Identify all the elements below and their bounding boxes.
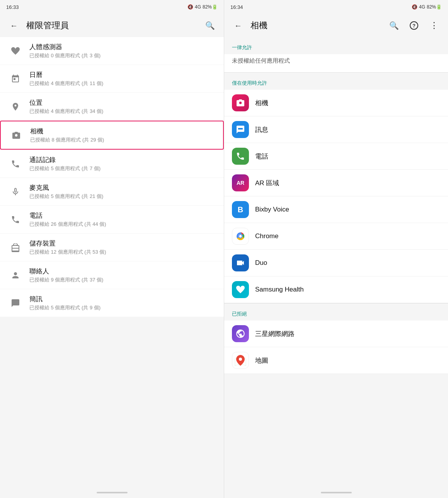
camera-app-name: 相機 [255,99,268,107]
right-mute-icon: 🔇 [412,4,417,10]
right-top-bar: ← 相機 🔍 ? ⋮ [224,14,448,37]
call-log-text: 通話記錄 已授權給 5 個應用程式 (共 7 個) [29,155,216,172]
permission-list: 人體感測器 已授權給 0 個應用程式 (共 3 個) 日曆 已授權給 4 個應用… [0,37,224,487]
storage-text: 儲存裝置 已授權給 12 個應用程式 (共 53 個) [29,239,216,256]
call-log-icon [8,156,23,172]
list-item-phone[interactable]: 電話 已授權給 26 個應用程式 (共 44 個) [0,206,224,233]
duo-name: Duo [255,259,267,267]
messages-app-icon [232,121,249,138]
more-icon: ⋮ [430,20,438,31]
list-item-body-sensor[interactable]: 人體感測器 已授權給 0 個應用程式 (共 3 個) [0,37,224,65]
ar-zone-name: AR 區域 [255,179,279,188]
always-allow-empty: 未授權給任何應用程式 [224,54,448,72]
phone-app-icon [232,148,249,165]
more-button[interactable]: ⋮ [426,18,442,33]
sms-text: 簡訊 已授權給 5 個應用程式 (共 9 個) [29,295,216,311]
call-log-subtitle: 已授權給 5 個應用程式 (共 7 個) [29,165,216,172]
app-item-camera[interactable]: 相機 [224,90,448,116]
location-text: 位置 已授權給 4 個應用程式 (共 34 個) [29,98,216,115]
samsung-internet-icon [232,325,249,342]
body-sensor-subtitle: 已授權給 0 個應用程式 (共 3 個) [29,52,216,59]
location-icon [8,99,23,114]
storage-subtitle: 已授權給 12 個應用程式 (共 53 個) [29,249,216,256]
allow-while-using-label: 僅在使用時允許 [224,73,448,90]
right-status-bar: 16:34 🔇 4G 82%🔋 [224,0,448,14]
list-item-location[interactable]: 位置 已授權給 4 個應用程式 (共 34 個) [0,93,224,120]
sms-icon [8,295,23,311]
denied-label: 已拒絕 [224,304,448,321]
calendar-icon [8,71,23,87]
app-item-duo[interactable]: Duo [224,250,448,276]
app-item-phone[interactable]: 電話 [224,143,448,170]
left-back-button[interactable]: ← [6,18,22,33]
left-panel: 16:33 🔇 4G 82%🔋 ← 權限管理員 🔍 人體感測器 已授權給 0 個… [0,0,224,498]
bixby-name: Bixby Voice [255,206,289,213]
right-content: 一律允許 未授權給任何應用程式 僅在使用時允許 相機 訊息 電話 [224,37,448,487]
app-item-bixby[interactable]: B Bixby Voice [224,196,448,223]
microphone-text: 麥克風 已授權給 5 個應用程式 (共 21 個) [29,183,216,200]
app-item-messages[interactable]: 訊息 [224,116,448,143]
microphone-subtitle: 已授權給 5 個應用程式 (共 21 個) [29,193,216,200]
calendar-title: 日曆 [29,70,216,79]
body-sensor-text: 人體感測器 已授權給 0 個應用程式 (共 3 個) [29,43,216,59]
camera-app-icon [232,94,249,111]
left-search-button[interactable]: 🔍 [202,18,218,33]
search-icon: 🔍 [205,21,215,30]
maps-icon [232,352,249,369]
phone-title: 電話 [29,211,216,220]
ar-zone-icon: AR [232,174,249,191]
list-item-calendar[interactable]: 日曆 已授權給 4 個應用程式 (共 11 個) [0,65,224,92]
camera-perm-text: 相機 已授權給 8 個應用程式 (共 29 個) [30,127,215,143]
list-item-call-log[interactable]: 通話記錄 已授權給 5 個應用程式 (共 7 個) [0,150,224,177]
body-sensor-title: 人體感測器 [29,43,216,51]
body-sensor-icon [8,43,23,59]
sms-subtitle: 已授權給 5 個應用程式 (共 9 個) [29,304,216,311]
left-scroll-indicator [97,492,128,493]
maps-name: 地圖 [255,356,268,365]
app-item-maps[interactable]: 地圖 [224,347,448,374]
list-item-microphone[interactable]: 麥克風 已授權給 5 個應用程式 (共 21 個) [0,178,224,205]
left-status-bar: 16:33 🔇 4G 82%🔋 [0,0,224,14]
list-item-storage[interactable]: 儲存裝置 已授權給 12 個應用程式 (共 53 個) [0,234,224,261]
right-title: 相機 [250,20,382,31]
contacts-subtitle: 已授權給 9 個應用程式 (共 37 個) [29,276,216,283]
app-item-samsung-internet[interactable]: 三星網際網路 [224,321,448,347]
storage-title: 儲存裝置 [29,239,216,248]
location-subtitle: 已授權給 4 個應用程式 (共 34 個) [29,108,216,115]
bixby-icon: B [232,201,249,218]
microphone-title: 麥克風 [29,183,216,192]
calendar-subtitle: 已授權給 4 個應用程式 (共 11 個) [29,80,216,87]
battery-icon: 82%🔋 [203,4,218,10]
calendar-text: 日曆 已授權給 4 個應用程式 (共 11 個) [29,70,216,87]
samsung-health-icon [232,281,249,298]
app-item-samsung-health[interactable]: Samsung Health [224,276,448,303]
app-item-ar-zone[interactable]: AR AR 區域 [224,170,448,196]
call-log-title: 通話記錄 [29,155,216,164]
camera-perm-icon [9,128,24,143]
svg-point-4 [239,235,242,238]
phone-app-name: 電話 [255,152,268,161]
left-status-icons: 🔇 4G 82%🔋 [187,4,218,10]
list-item-camera[interactable]: 相機 已授權給 8 個應用程式 (共 29 個) [0,121,224,150]
right-status-icons: 🔇 4G 82%🔋 [412,4,442,10]
list-item-contacts[interactable]: 聯絡人 已授權給 9 個應用程式 (共 37 個) [0,261,224,289]
samsung-health-name: Samsung Health [255,286,304,293]
svg-point-6 [239,358,242,361]
right-signal-icon: 4G [419,4,425,10]
help-icon: ? [410,21,418,30]
right-scroll-indicator [321,492,352,493]
right-search-icon: 🔍 [389,21,399,30]
phone-icon [8,212,23,227]
messages-app-name: 訊息 [255,125,268,134]
right-search-button[interactable]: 🔍 [386,18,402,33]
contacts-icon [8,268,23,283]
right-back-button[interactable]: ← [230,18,246,33]
phone-text: 電話 已授權給 26 個應用程式 (共 44 個) [29,211,216,228]
list-item-sms[interactable]: 簡訊 已授權給 5 個應用程式 (共 9 個) [0,289,224,317]
storage-icon [8,240,23,255]
help-button[interactable]: ? [406,18,422,33]
mute-icon: 🔇 [187,4,193,10]
duo-icon [232,254,249,271]
location-title: 位置 [29,98,216,107]
app-item-chrome[interactable]: Chrome [224,223,448,250]
